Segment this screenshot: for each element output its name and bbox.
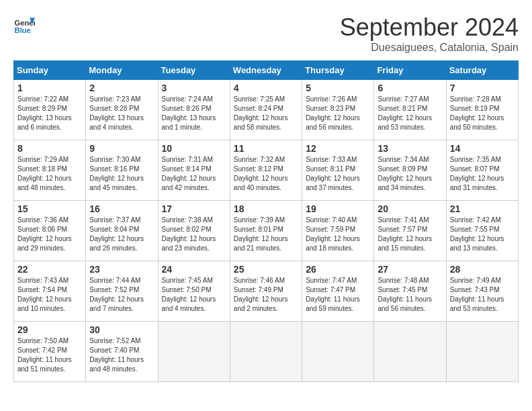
day-cell-2: 2Sunrise: 7:23 AMSunset: 8:28 PMDaylight… (86, 80, 158, 140)
day-cell-21: 21Sunrise: 7:42 AMSunset: 7:55 PMDayligh… (446, 201, 518, 261)
day-cell-15: 15Sunrise: 7:36 AMSunset: 8:06 PMDayligh… (14, 201, 86, 261)
day-cell-13: 13Sunrise: 7:34 AMSunset: 8:09 PMDayligh… (374, 140, 446, 201)
day-cell-9: 9Sunrise: 7:30 AMSunset: 8:16 PMDaylight… (86, 140, 158, 201)
header-wednesday: Wednesday (230, 61, 302, 80)
day-number: 10 (162, 143, 226, 154)
day-cell-28: 28Sunrise: 7:49 AMSunset: 7:43 PMDayligh… (446, 261, 518, 322)
day-number: 19 (306, 203, 370, 214)
day-cell-27: 27Sunrise: 7:48 AMSunset: 7:45 PMDayligh… (374, 261, 446, 322)
day-cell-23: 23Sunrise: 7:44 AMSunset: 7:52 PMDayligh… (86, 261, 158, 322)
day-number: 25 (234, 264, 298, 275)
logo-icon: General Blue (13, 13, 35, 35)
day-number: 21 (450, 203, 515, 214)
day-info: Sunrise: 7:27 AMSunset: 8:21 PMDaylight:… (378, 95, 442, 132)
day-number: 1 (17, 83, 82, 93)
header-tuesday: Tuesday (158, 61, 230, 80)
day-number: 26 (306, 264, 370, 275)
page-header: General Blue September 2024 Duesaiguees,… (13, 13, 519, 54)
day-cell-30: 30Sunrise: 7:52 AMSunset: 7:40 PMDayligh… (86, 322, 158, 382)
day-number: 5 (306, 83, 370, 93)
day-cell-4: 4Sunrise: 7:25 AMSunset: 8:24 PMDaylight… (230, 80, 302, 140)
empty-cell (446, 322, 518, 382)
day-info: Sunrise: 7:38 AMSunset: 8:02 PMDaylight:… (162, 216, 226, 253)
day-cell-25: 25Sunrise: 7:46 AMSunset: 7:49 PMDayligh… (230, 261, 302, 322)
day-number: 20 (378, 203, 442, 214)
day-number: 11 (234, 143, 298, 154)
day-info: Sunrise: 7:48 AMSunset: 7:45 PMDaylight:… (378, 276, 442, 314)
day-number: 16 (89, 203, 154, 214)
day-info: Sunrise: 7:35 AMSunset: 8:07 PMDaylight:… (450, 155, 515, 193)
day-cell-16: 16Sunrise: 7:37 AMSunset: 8:04 PMDayligh… (86, 201, 158, 261)
day-cell-22: 22Sunrise: 7:43 AMSunset: 7:54 PMDayligh… (14, 261, 86, 322)
day-info: Sunrise: 7:46 AMSunset: 7:49 PMDaylight:… (234, 276, 298, 314)
day-cell-29: 29Sunrise: 7:50 AMSunset: 7:42 PMDayligh… (14, 322, 86, 382)
day-info: Sunrise: 7:29 AMSunset: 8:18 PMDaylight:… (17, 155, 82, 193)
day-number: 27 (378, 264, 442, 275)
calendar-row: 8Sunrise: 7:29 AMSunset: 8:18 PMDaylight… (14, 140, 519, 201)
day-cell-19: 19Sunrise: 7:40 AMSunset: 7:59 PMDayligh… (302, 201, 374, 261)
day-number: 9 (89, 143, 154, 154)
header-saturday: Saturday (446, 61, 518, 80)
day-info: Sunrise: 7:39 AMSunset: 8:01 PMDaylight:… (234, 216, 298, 253)
calendar-table: Sunday Monday Tuesday Wednesday Thursday… (13, 60, 519, 382)
day-cell-11: 11Sunrise: 7:32 AMSunset: 8:12 PMDayligh… (230, 140, 302, 201)
calendar-row: 29Sunrise: 7:50 AMSunset: 7:42 PMDayligh… (14, 322, 519, 382)
day-info: Sunrise: 7:32 AMSunset: 8:12 PMDaylight:… (234, 155, 298, 193)
day-cell-3: 3Sunrise: 7:24 AMSunset: 8:26 PMDaylight… (158, 80, 230, 140)
logo: General Blue (13, 13, 35, 35)
day-number: 4 (234, 83, 298, 93)
calendar-row: 22Sunrise: 7:43 AMSunset: 7:54 PMDayligh… (14, 261, 519, 322)
day-cell-17: 17Sunrise: 7:38 AMSunset: 8:02 PMDayligh… (158, 201, 230, 261)
calendar-row: 1Sunrise: 7:22 AMSunset: 8:29 PMDaylight… (14, 80, 519, 140)
day-number: 18 (234, 203, 298, 214)
header-sunday: Sunday (14, 61, 86, 80)
day-info: Sunrise: 7:22 AMSunset: 8:29 PMDaylight:… (17, 95, 82, 132)
svg-text:Blue: Blue (15, 26, 31, 34)
calendar-header-row: Sunday Monday Tuesday Wednesday Thursday… (14, 61, 519, 80)
day-info: Sunrise: 7:36 AMSunset: 8:06 PMDaylight:… (17, 216, 82, 253)
header-thursday: Thursday (302, 61, 374, 80)
day-info: Sunrise: 7:44 AMSunset: 7:52 PMDaylight:… (89, 276, 154, 314)
day-number: 3 (162, 83, 226, 93)
day-info: Sunrise: 7:50 AMSunset: 7:42 PMDaylight:… (17, 336, 82, 374)
empty-cell (158, 322, 230, 382)
day-cell-1: 1Sunrise: 7:22 AMSunset: 8:29 PMDaylight… (14, 80, 86, 140)
title-area: September 2024 Duesaiguees, Catalonia, S… (340, 13, 519, 54)
day-number: 29 (17, 324, 82, 335)
day-number: 14 (450, 143, 515, 154)
day-cell-14: 14Sunrise: 7:35 AMSunset: 8:07 PMDayligh… (446, 140, 518, 201)
day-info: Sunrise: 7:45 AMSunset: 7:50 PMDaylight:… (162, 276, 226, 314)
empty-cell (230, 322, 302, 382)
day-cell-5: 5Sunrise: 7:26 AMSunset: 8:23 PMDaylight… (302, 80, 374, 140)
day-info: Sunrise: 7:23 AMSunset: 8:28 PMDaylight:… (89, 95, 154, 132)
day-number: 13 (378, 143, 442, 154)
day-info: Sunrise: 7:25 AMSunset: 8:24 PMDaylight:… (234, 95, 298, 132)
day-cell-26: 26Sunrise: 7:47 AMSunset: 7:47 PMDayligh… (302, 261, 374, 322)
day-number: 24 (162, 264, 226, 275)
empty-cell (302, 322, 374, 382)
calendar-row: 15Sunrise: 7:36 AMSunset: 8:06 PMDayligh… (14, 201, 519, 261)
day-cell-6: 6Sunrise: 7:27 AMSunset: 8:21 PMDaylight… (374, 80, 446, 140)
day-info: Sunrise: 7:49 AMSunset: 7:43 PMDaylight:… (450, 276, 515, 314)
day-info: Sunrise: 7:41 AMSunset: 7:57 PMDaylight:… (378, 216, 442, 253)
empty-cell (374, 322, 446, 382)
day-info: Sunrise: 7:28 AMSunset: 8:19 PMDaylight:… (450, 95, 515, 132)
day-number: 6 (378, 83, 442, 93)
day-number: 8 (17, 143, 82, 154)
day-info: Sunrise: 7:47 AMSunset: 7:47 PMDaylight:… (306, 276, 370, 314)
day-cell-10: 10Sunrise: 7:31 AMSunset: 8:14 PMDayligh… (158, 140, 230, 201)
day-number: 7 (450, 83, 515, 93)
day-number: 23 (89, 264, 154, 275)
day-info: Sunrise: 7:37 AMSunset: 8:04 PMDaylight:… (89, 216, 154, 253)
day-number: 28 (450, 264, 515, 275)
day-info: Sunrise: 7:43 AMSunset: 7:54 PMDaylight:… (17, 276, 82, 314)
day-cell-7: 7Sunrise: 7:28 AMSunset: 8:19 PMDaylight… (446, 80, 518, 140)
day-number: 17 (162, 203, 226, 214)
day-number: 15 (17, 203, 82, 214)
day-info: Sunrise: 7:34 AMSunset: 8:09 PMDaylight:… (378, 155, 442, 193)
day-cell-18: 18Sunrise: 7:39 AMSunset: 8:01 PMDayligh… (230, 201, 302, 261)
day-info: Sunrise: 7:30 AMSunset: 8:16 PMDaylight:… (89, 155, 154, 193)
day-number: 2 (89, 83, 154, 93)
day-cell-12: 12Sunrise: 7:33 AMSunset: 8:11 PMDayligh… (302, 140, 374, 201)
month-title: September 2024 (340, 13, 519, 42)
